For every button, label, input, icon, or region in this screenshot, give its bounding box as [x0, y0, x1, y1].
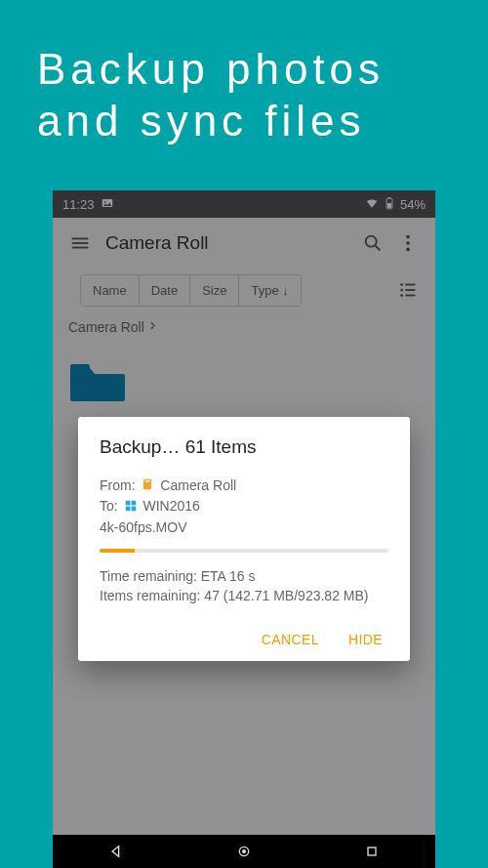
- backup-dialog: Backup… 61 Items From: Camera Roll To: W…: [78, 417, 410, 661]
- current-file: 4k-60fps.MOV: [100, 517, 388, 537]
- nav-back-icon[interactable]: [97, 844, 136, 859]
- to-label: To:: [100, 498, 118, 514]
- svg-rect-27: [131, 506, 136, 511]
- android-navbar: [53, 835, 435, 868]
- sd-card-icon: [141, 476, 154, 496]
- svg-rect-26: [125, 506, 130, 511]
- svg-rect-24: [125, 500, 130, 505]
- cancel-button[interactable]: CANCEL: [262, 632, 319, 647]
- from-label: From:: [100, 477, 136, 493]
- progress-bar: [100, 549, 388, 553]
- items-line: Items remaining: 47 (142.71 MB/923.82 MB…: [100, 586, 388, 605]
- svg-rect-25: [131, 500, 136, 505]
- svg-rect-23: [145, 480, 150, 482]
- nav-recent-icon[interactable]: [352, 844, 391, 859]
- to-line: To: WIN2016: [100, 496, 388, 517]
- windows-icon: [124, 498, 138, 517]
- dialog-title: Backup… 61 Items: [100, 436, 388, 458]
- from-value: Camera Roll: [160, 477, 236, 493]
- promo-headline: Backup photos and sync files: [0, 0, 488, 177]
- to-value: WIN2016: [142, 498, 199, 514]
- svg-point-20: [242, 849, 246, 853]
- progress-fill: [100, 549, 135, 553]
- svg-rect-21: [368, 847, 376, 855]
- eta-line: Time remaining: ETA 16 s: [100, 566, 388, 586]
- nav-home-icon[interactable]: [224, 844, 264, 859]
- from-line: From: Camera Roll: [100, 475, 388, 496]
- hide-button[interactable]: HIDE: [348, 632, 383, 647]
